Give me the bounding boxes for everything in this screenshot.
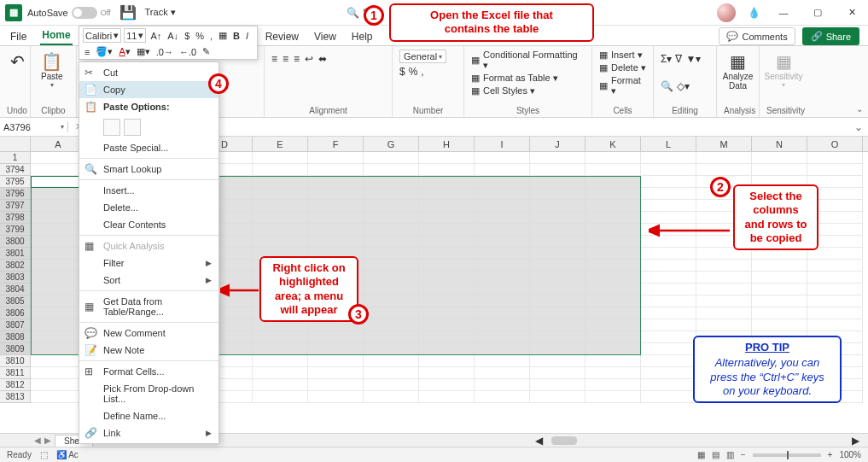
cell[interactable]: [641, 367, 696, 379]
cell[interactable]: [364, 164, 419, 176]
ctx-delete[interactable]: Delete...: [79, 199, 218, 216]
ctx-insert[interactable]: Insert...: [79, 182, 218, 199]
user-avatar[interactable]: [717, 3, 736, 22]
cell[interactable]: [807, 319, 863, 331]
col-header-O[interactable]: O: [807, 137, 863, 151]
row-header[interactable]: 3795: [0, 176, 30, 188]
view-normal-icon[interactable]: ▦: [697, 450, 705, 459]
cell[interactable]: [807, 272, 863, 284]
cell[interactable]: [475, 164, 530, 176]
row-header[interactable]: 3810: [0, 355, 30, 367]
eyedropper-icon[interactable]: 💧: [748, 7, 760, 19]
cell[interactable]: [475, 152, 530, 164]
paste-option-2[interactable]: [124, 119, 141, 136]
cell[interactable]: [530, 391, 585, 403]
row-header[interactable]: 3801: [0, 248, 30, 260]
cell[interactable]: [752, 164, 807, 176]
ctx-copy[interactable]: 📄Copy: [79, 81, 218, 98]
cell[interactable]: [641, 188, 696, 200]
align-left-icon[interactable]: ≡: [271, 53, 277, 65]
col-header-H[interactable]: H: [419, 137, 475, 151]
ctx-link[interactable]: 🔗Link▶: [79, 424, 218, 442]
col-header-G[interactable]: G: [364, 137, 419, 151]
fill-icon[interactable]: ▼▾: [685, 53, 701, 65]
comma-icon[interactable]: ,: [421, 66, 423, 78]
ctx-filter[interactable]: Filter▶: [79, 254, 218, 272]
cell[interactable]: [585, 152, 641, 164]
cell[interactable]: [641, 176, 696, 188]
name-box[interactable]: A3796▾: [0, 122, 68, 132]
mini-border2-icon[interactable]: ▦▾: [135, 45, 152, 58]
cell[interactable]: [641, 355, 696, 367]
scroll-left-icon[interactable]: ◀: [535, 435, 543, 447]
zoom-slider[interactable]: [753, 453, 821, 457]
cell[interactable]: [641, 248, 696, 260]
cell[interactable]: [752, 152, 807, 164]
row-header[interactable]: 3808: [0, 331, 30, 343]
merge-icon[interactable]: ⬌: [318, 53, 327, 65]
cell[interactable]: [807, 260, 863, 272]
zoom-out-icon[interactable]: −: [741, 450, 746, 459]
ctx-format-cells[interactable]: ⊞Format Cells...: [79, 363, 218, 380]
window-maximize[interactable]: ▢: [807, 7, 829, 18]
cell[interactable]: [696, 164, 752, 176]
cell[interactable]: [696, 272, 752, 284]
tab-review[interactable]: Review: [264, 27, 300, 45]
cell[interactable]: [696, 152, 752, 164]
mini-font-name[interactable]: Calibri ▾: [83, 28, 121, 43]
view-page-break-icon[interactable]: ▥: [726, 450, 734, 459]
bold-icon[interactable]: B: [231, 30, 242, 42]
cell[interactable]: [752, 272, 807, 284]
wrap-text-icon[interactable]: ↩: [305, 53, 313, 65]
paste-button[interactable]: 📋Paste▾: [38, 50, 67, 91]
save-icon[interactable]: 💾: [119, 4, 137, 20]
col-header-J[interactable]: J: [530, 137, 585, 151]
cell[interactable]: [364, 367, 419, 379]
ctx-smart-lookup[interactable]: 🔍Smart Lookup: [79, 161, 218, 178]
clear-icon[interactable]: ◇▾: [677, 80, 690, 92]
cell[interactable]: [641, 295, 696, 307]
font-color-icon[interactable]: A▾: [117, 45, 131, 58]
cell[interactable]: [419, 379, 475, 391]
cell[interactable]: [696, 319, 752, 331]
cell[interactable]: [752, 260, 807, 272]
col-header-L[interactable]: L: [641, 137, 696, 151]
currency-icon[interactable]: $: [399, 66, 405, 78]
cell[interactable]: [475, 379, 530, 391]
format-as-table-button[interactable]: ▦ Format as Table ▾: [471, 73, 585, 84]
cell[interactable]: [641, 331, 696, 343]
row-header[interactable]: 3794: [0, 164, 30, 176]
cell[interactable]: [641, 152, 696, 164]
cell[interactable]: [475, 355, 530, 367]
cell[interactable]: [475, 391, 530, 403]
col-header-M[interactable]: M: [696, 137, 752, 151]
decrease-font-icon[interactable]: A↓: [166, 30, 180, 42]
cell[interactable]: [641, 379, 696, 391]
align-right-icon[interactable]: ≡: [294, 53, 300, 65]
comments-button[interactable]: 💬 Comments: [719, 27, 795, 45]
horizontal-scrollbar[interactable]: ◀ ▶: [535, 435, 859, 447]
ctx-get-data[interactable]: ▦Get Data from Table/Range...: [79, 293, 218, 320]
cell[interactable]: [253, 355, 308, 367]
ctx-sort[interactable]: Sort▶: [79, 272, 218, 289]
col-header-K[interactable]: K: [585, 137, 641, 151]
cell[interactable]: [364, 355, 419, 367]
fill-color-icon[interactable]: 🪣▾: [94, 45, 114, 58]
cell[interactable]: [364, 379, 419, 391]
cell[interactable]: [419, 164, 475, 176]
cell[interactable]: [807, 152, 863, 164]
decimal-inc-icon[interactable]: .0→: [154, 46, 175, 58]
view-page-layout-icon[interactable]: ▤: [712, 450, 719, 459]
cell[interactable]: [641, 224, 696, 236]
cell[interactable]: [641, 307, 696, 319]
row-header[interactable]: 3806: [0, 307, 30, 319]
ctx-clear-contents[interactable]: Clear Contents: [79, 216, 218, 233]
cell[interactable]: [807, 164, 863, 176]
scroll-thumb[interactable]: [551, 436, 577, 445]
cell[interactable]: [530, 355, 585, 367]
toggle-off-icon[interactable]: [72, 7, 97, 19]
cell[interactable]: [253, 152, 308, 164]
select-all-corner[interactable]: [0, 137, 31, 152]
col-header-I[interactable]: I: [475, 137, 530, 151]
cell[interactable]: [364, 391, 419, 403]
